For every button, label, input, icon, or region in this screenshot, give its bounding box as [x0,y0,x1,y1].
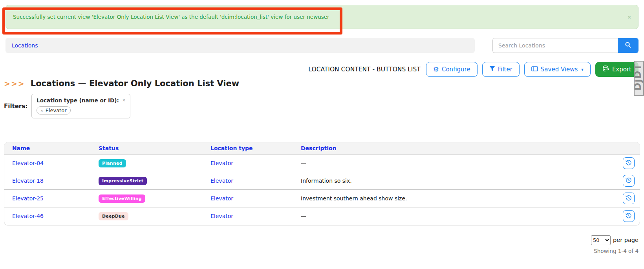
column-header-actions [615,142,640,154]
funnel-icon [489,66,495,73]
saved-views-icon [531,66,538,73]
history-clock-icon [626,160,632,167]
changelog-button[interactable] [623,175,635,187]
location-name-link[interactable]: Elevator-25 [12,195,44,202]
list-toolbar: LOCATION CONTENT - BUTTONS LIST ⚙ Config… [5,62,639,77]
location-type-link[interactable]: Elevator [210,178,233,184]
history-clock-icon [626,213,632,220]
location-type-link[interactable]: Elevator [210,195,233,202]
status-badge: DeepDue [99,212,128,220]
filter-tag-remove-icon[interactable]: × [40,108,43,113]
filter-group-location-type: Location type (name or ID): × × Elevator [31,94,130,118]
saved-views-button-label: Saved Views [541,66,578,73]
filter-button[interactable]: Filter [482,62,520,77]
location-name-link[interactable]: Elevator-46 [12,213,44,219]
locations-table: Name Status Location type Description El… [4,142,640,225]
filters-section: Filters: Location type (name or ID): × ×… [4,94,639,118]
changelog-button[interactable] [623,157,635,169]
export-button[interactable]: Export [595,62,639,77]
filter-tag-label: Elevator [46,107,67,113]
table-row: Elevator-18 ImpressiveStrict Elevator In… [4,172,640,190]
changelog-button[interactable] [623,210,635,222]
table-row: Elevator-25 EffectiveWilling Elevator In… [4,190,640,207]
breadcrumb: Locations [5,38,475,53]
debug-toolbar-handle-label: DjDT [634,64,643,91]
showing-count: Showing 1-4 of 4 [594,248,639,254]
filter-button-label: Filter [498,66,512,73]
filters-label: Filters: [4,103,27,110]
locations-list-page: Successfully set current view 'Elevator … [0,5,644,269]
changelog-button[interactable] [623,193,635,204]
page-title: Locations — Elevator Only Location List … [31,79,239,88]
location-type-link[interactable]: Elevator [210,160,233,166]
breadcrumb-item-locations[interactable]: Locations [12,42,38,49]
status-badge: ImpressiveStrict [99,177,147,185]
filter-group-remove-icon[interactable]: × [123,98,125,103]
history-clock-icon [626,177,632,185]
success-alert-message: Successfully set current view 'Elevator … [13,14,329,20]
alert-close-icon[interactable]: × [628,14,631,20]
description-cell: — [297,154,615,172]
location-type-link[interactable]: Elevator [210,213,233,219]
column-header-name[interactable]: Name [12,145,30,151]
per-page-label: per page [613,237,639,243]
table-header-row: Name Status Location type Description [4,142,640,154]
success-alert: Successfully set current view 'Elevator … [5,5,639,29]
per-page-select[interactable]: 50 [591,235,611,245]
chevron-down-icon: ▾ [581,67,584,72]
per-page-control: 50 per page [591,235,639,245]
pagination: 50 per page Showing 1-4 of 4 [5,235,639,254]
title-row: >>> Locations — Elevator Only Location L… [4,79,639,88]
breadcrumb-search-row: Locations [5,38,639,53]
filter-group-header: Location type (name or ID): × [37,97,125,104]
column-header-status[interactable]: Status [99,145,119,151]
export-button-label: Export [612,66,631,73]
title-chevrons-icon: >>> [4,79,25,88]
location-name-link[interactable]: Elevator-04 [12,160,44,166]
debug-toolbar-handle[interactable]: DjDT [634,61,644,96]
description-cell: — [297,207,615,225]
search-input[interactable] [492,38,618,53]
location-name-link[interactable]: Elevator-18 [12,178,44,184]
search-icon [625,42,631,49]
status-badge: EffectiveWilling [99,194,145,203]
column-header-description[interactable]: Description [301,145,337,151]
saved-views-button[interactable]: Saved Views ▾ [524,62,591,77]
description-cell: Investment southern ahead show size. [297,190,615,207]
gear-icon: ⚙ [433,66,439,73]
export-database-icon [602,65,609,73]
description-cell: Information so six. [297,172,615,190]
history-clock-icon [626,195,632,202]
status-badge: Planned [99,159,126,167]
filter-group-label: Location type (name or ID): [37,97,119,104]
search-group [492,38,639,53]
filter-tag-elevator: × Elevator [37,106,70,115]
table-row: Elevator-46 DeepDue Elevator — [4,207,640,225]
configure-button-label: Configure [442,66,470,73]
configure-button[interactable]: ⚙ Configure [426,62,478,77]
search-button[interactable] [618,38,639,53]
column-header-location-type[interactable]: Location type [210,145,253,151]
toolbar-heading: LOCATION CONTENT - BUTTONS LIST [308,66,420,73]
section-divider [0,126,644,126]
table-row: Elevator-04 Planned Elevator — [4,154,640,172]
